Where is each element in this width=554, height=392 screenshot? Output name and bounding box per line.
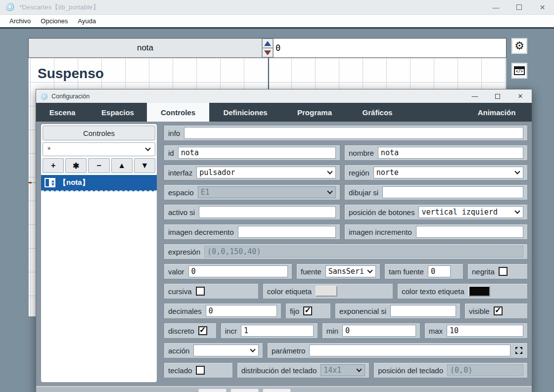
fuente-select[interactable]: SansSeri [325,265,376,277]
field-nombre: nombre [344,145,528,161]
remove-control-button[interactable]: − [88,158,109,173]
min-input[interactable] [342,325,416,337]
controls-filter-select[interactable]: * [43,142,155,156]
valor-input[interactable] [188,265,288,277]
field-visible: visible ✓ [464,303,528,319]
teclado-label: teclado [168,366,192,375]
decimales-input[interactable] [206,305,277,317]
chevron-down-icon [357,366,362,372]
dialog-maximize-button[interactable] [486,89,509,103]
dialog-close-button[interactable]: ✕ [509,89,532,103]
select-value: E1 [201,188,210,197]
valor-label: valor [168,267,185,276]
fijo-checkbox[interactable]: ✓ [303,306,312,315]
list-toolbar: + ✱ − ▲ ▼ [43,158,155,173]
discreto-checkbox[interactable]: ✓ [198,326,207,335]
posicion-botones-select[interactable]: vertical izquierd [418,206,523,218]
posicion-teclado-label: posición del teclado [378,366,443,375]
pulsador-label: nota [29,39,262,57]
descartes-app: *Descartes【lib_portable】 — ✕ Archivo Opc… [0,0,554,392]
field-incr: incr [221,323,318,339]
source-code-button[interactable]: </> [512,63,527,78]
tab-espacios[interactable]: Espacios [89,103,147,122]
dialog-footer-button[interactable] [198,389,227,392]
menu-archivo[interactable]: Archivo [5,15,35,27]
info-input[interactable] [184,127,523,139]
minimize-icon: — [472,92,478,100]
accion-label: acción [168,347,189,355]
visible-label: visible [469,307,490,315]
dialog-footer-button[interactable] [231,389,259,392]
list-item-nota[interactable]: 【nota】 [41,175,157,191]
dialog-footer-button[interactable] [263,389,291,392]
imagen-decremento-input[interactable] [238,226,336,238]
tab-controles[interactable]: Controles [147,103,209,122]
panel-header: Controles [43,126,155,140]
field-region: región norte [344,165,528,180]
activo-si-input[interactable] [199,206,336,218]
select-value: SansSeri [328,267,364,276]
field-imagen-decremento: imagen decremento [164,224,340,240]
config-button[interactable]: ⚙ [512,39,527,53]
tab-programa[interactable]: Programa [281,103,348,122]
up-arrow-icon [264,41,271,46]
dialog-minimize-button[interactable]: — [463,89,486,103]
min-label: min [326,327,338,335]
move-up-button[interactable]: ▲ [111,158,133,173]
cursiva-checkbox[interactable] [196,287,205,296]
tab-animacion[interactable]: Animación [462,103,532,122]
decrement-button[interactable] [262,48,273,57]
chevron-down-icon [145,145,150,151]
chevron-down-icon [514,169,520,174]
main-titlebar: *Descartes【lib_portable】 — ✕ [0,0,554,15]
incr-input[interactable] [241,325,314,337]
visible-checkbox[interactable]: ✓ [494,306,503,315]
interfaz-label: interfaz [168,169,192,177]
pulsador-value-input[interactable] [273,39,506,57]
move-down-button[interactable]: ▼ [134,158,155,173]
expand-icon[interactable] [514,346,523,355]
field-decimales: decimales [164,303,281,319]
teclado-checkbox[interactable] [196,366,205,375]
exponencial-si-input[interactable] [390,305,456,317]
region-select[interactable]: norte [373,167,523,178]
window-title: *Descartes【lib_portable】 [19,3,99,12]
negrita-label: negrita [472,267,495,276]
espacio-label: espacio [168,188,194,197]
minimize-button[interactable]: — [484,0,508,14]
menu-ayuda[interactable]: Ayuda [73,15,100,27]
distribucion-teclado-label: distribución del teclado [241,366,317,375]
tam-fuente-input[interactable] [428,265,451,277]
tab-escena[interactable]: Escena [36,103,89,122]
incr-label: incr [225,327,237,335]
close-button[interactable]: ✕ [531,0,554,14]
add-control-button[interactable]: + [43,158,64,173]
dibujar-si-input[interactable] [382,186,523,198]
maximize-button[interactable] [508,0,531,14]
color-etiqueta-swatch[interactable] [316,286,337,297]
field-interfaz: interfaz pulsador [164,165,340,180]
imagen-incremento-input[interactable] [416,226,523,238]
color-texto-etiqueta-swatch[interactable] [468,286,490,297]
id-input[interactable] [178,147,336,159]
increment-button[interactable] [262,39,273,48]
menu-opciones[interactable]: Opciones [36,15,72,27]
descartes-logo-icon [41,93,47,100]
field-valor: valor [164,263,292,279]
pulsador-spinner [262,39,273,57]
axis-origin-tick [29,182,32,183]
accion-select[interactable] [193,345,259,356]
parametro-input[interactable] [309,345,510,356]
negrita-checkbox[interactable] [499,267,508,276]
max-input[interactable] [447,325,523,337]
field-espacio: espacio E1 [164,184,340,200]
tab-definiciones[interactable]: Definiciones [209,103,281,122]
duplicate-control-button[interactable]: ✱ [65,158,87,173]
field-negrita: negrita [467,263,528,279]
tab-graficos[interactable]: Gráficos [348,103,407,122]
interfaz-select[interactable]: pulsador [196,167,336,178]
field-posicion-botones: posición de botones vertical izquierd [344,204,528,220]
nombre-input[interactable] [378,147,523,159]
fuente-label: fuente [301,267,322,276]
dibujar-si-label: dibujar si [349,188,378,197]
